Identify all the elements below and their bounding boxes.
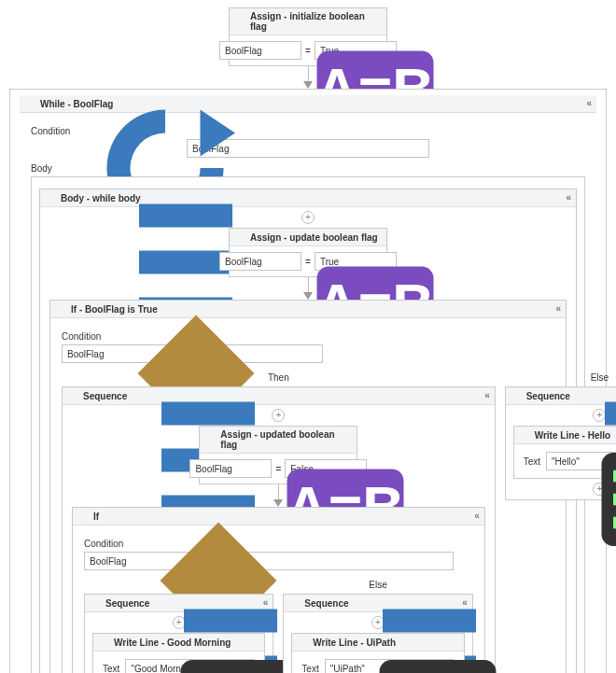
activity-header[interactable]: If - BoolFlag is True « xyxy=(50,301,566,318)
while-body-container: Body - while body « + Assign - update bo… xyxy=(31,176,585,673)
writeline-goodmorning[interactable]: Write Line - Good Morning Text xyxy=(92,633,265,673)
activity-title: Sequence xyxy=(304,598,348,609)
inner-else-sequence[interactable]: Sequence « + xyxy=(283,594,472,673)
sequence-icon xyxy=(46,192,57,203)
activity-title: Assign - update boolean flag xyxy=(250,232,378,243)
activity-header[interactable]: Assign - initialize boolean flag xyxy=(230,8,386,35)
activity-header[interactable]: Assign - update boolean flag xyxy=(230,229,386,246)
activity-header[interactable]: Sequence « xyxy=(85,595,273,612)
activity-header[interactable]: Sequence « xyxy=(284,595,471,612)
activity-title: Sequence xyxy=(526,391,570,401)
activity-title: Sequence xyxy=(83,391,127,401)
sequence-icon xyxy=(511,390,523,401)
activity-title: Write Line - UiPath xyxy=(313,638,396,648)
activity-title: If xyxy=(93,512,99,522)
assign-icon xyxy=(235,16,246,27)
activity-title: Write Line - Hello xyxy=(535,430,611,441)
expand-icon[interactable]: « xyxy=(484,390,490,400)
activity-header[interactable]: While - BoolFlag « xyxy=(20,95,596,113)
writeline-uipath[interactable]: Write Line - UiPath Text xyxy=(291,633,464,673)
writeline-hello[interactable]: Write Line - Hello Text xyxy=(513,426,616,479)
activity-header[interactable]: Sequence « xyxy=(63,387,495,405)
activity-header[interactable]: Sequence « xyxy=(506,387,616,405)
body-sequence[interactable]: Body - while body « + Assign - update bo… xyxy=(39,189,577,673)
sequence-icon xyxy=(68,390,79,401)
activity-header[interactable]: Write Line - Good Morning xyxy=(93,634,264,652)
activity-title: If - BoolFlag is True xyxy=(71,304,158,315)
while-activity[interactable]: While - BoolFlag « Condition Body Body -… xyxy=(9,89,607,673)
activity-title: While - BoolFlag xyxy=(40,99,113,109)
activity-header[interactable]: If « xyxy=(73,508,484,526)
sequence-icon xyxy=(289,597,301,609)
then-sequence[interactable]: Sequence « + xyxy=(62,386,496,673)
activity-title: Body - while body xyxy=(61,193,141,203)
activity-header[interactable]: Write Line - Hello xyxy=(514,427,616,444)
activity-header[interactable]: Write Line - UiPath xyxy=(292,634,463,652)
sequence-icon xyxy=(91,597,102,609)
while-icon xyxy=(25,98,36,109)
activity-header[interactable]: Body - while body « xyxy=(40,189,576,207)
assign-icon xyxy=(205,434,217,445)
else-sequence[interactable]: Sequence « + Write Line - Hello xyxy=(505,386,616,500)
expand-icon[interactable]: « xyxy=(566,192,571,203)
if-boolflag-true[interactable]: If - BoolFlag is True « Condition Then xyxy=(49,300,567,673)
expand-icon[interactable]: « xyxy=(263,597,269,608)
if-icon xyxy=(78,511,90,522)
writeline-icon xyxy=(99,637,110,648)
expand-icon[interactable]: « xyxy=(586,98,592,108)
activity-header[interactable]: Assign - updated boolean flag xyxy=(200,427,357,454)
expand-icon[interactable]: « xyxy=(462,597,468,608)
assign-icon xyxy=(235,231,246,243)
if-icon xyxy=(56,303,67,315)
assign-updated[interactable]: Assign - updated boolean flag = xyxy=(199,426,357,484)
if-inner[interactable]: If « Condition xyxy=(72,507,485,673)
writeline-icon xyxy=(520,429,531,441)
assign-update[interactable]: Assign - update boolean flag = xyxy=(229,228,387,277)
activity-title: Write Line - Good Morning xyxy=(114,638,231,648)
activity-title: Sequence xyxy=(105,598,149,609)
writeline-icon xyxy=(298,637,309,648)
assign-initialize[interactable]: Assign - initialize boolean flag = xyxy=(229,7,387,66)
activity-title: Assign - initialize boolean flag xyxy=(250,11,381,32)
inner-then-sequence[interactable]: Sequence « + xyxy=(84,594,273,673)
else-label: Else xyxy=(505,372,616,383)
expand-icon[interactable]: « xyxy=(474,511,480,521)
while-content: Condition Body Body - while body « + xyxy=(20,113,596,673)
activity-title: Assign - updated boolean flag xyxy=(220,429,351,450)
expand-icon[interactable]: « xyxy=(555,303,561,314)
